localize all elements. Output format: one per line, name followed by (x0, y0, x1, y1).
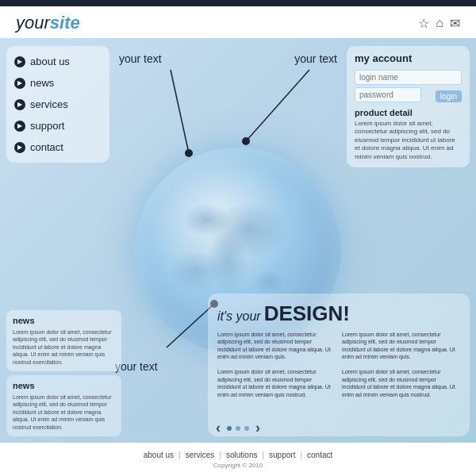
footer-link-services[interactable]: services (186, 451, 215, 459)
news1-text: Lorem ipsum dolor sit amet, consectetur … (13, 328, 115, 366)
sep-2: | (219, 451, 221, 459)
design-col-1: Lorem ipsum dolor sit amet, consectetur … (217, 331, 336, 398)
dot-1 (227, 426, 232, 431)
news2-label: news (13, 381, 115, 390)
arrow-icon-support: ▶ (14, 121, 25, 132)
footer-link-contact[interactable]: contact (307, 451, 332, 459)
svg-point-3 (242, 137, 250, 145)
arrow-icon-contact: ▶ (14, 142, 25, 153)
design-word: DESIGN! (264, 301, 350, 326)
top-bar (0, 0, 476, 6)
header: yoursite ☆ ⌂ ✉ (0, 6, 476, 38)
carousel-prev[interactable]: ‹ (216, 420, 221, 436)
main-area: ▶ about us ▶ news ▶ services ▶ support ▶… (0, 38, 476, 443)
login-name-input[interactable] (355, 70, 462, 85)
sidebar-item-news[interactable]: ▶ news (6, 72, 109, 94)
footer-link-about[interactable]: about us (144, 451, 174, 459)
sep-4: | (300, 451, 302, 459)
callout-bottom-left: your text (115, 360, 158, 373)
sidebar-item-contact[interactable]: ▶ contact (6, 136, 109, 158)
sep-1: | (178, 451, 181, 459)
product-detail-text: Lorem ipsum dolor sit amet, consectetur … (355, 120, 462, 161)
account-panel: my account login product detail Lorem ip… (347, 46, 470, 167)
logo: yoursite (16, 13, 80, 33)
sidebar-item-services[interactable]: ▶ services (6, 94, 109, 115)
arrow-icon-news: ▶ (14, 78, 25, 89)
mail-icon[interactable]: ✉ (450, 16, 460, 31)
home-icon[interactable]: ⌂ (436, 16, 443, 31)
carousel-nav: ‹ › (216, 420, 260, 436)
carousel-next[interactable]: › (255, 420, 260, 436)
star-icon[interactable]: ☆ (418, 16, 429, 31)
sidebar-label-services: services (30, 98, 68, 110)
callout-top-left: your text (119, 52, 162, 65)
sidebar-item-about[interactable]: ▶ about us (6, 51, 109, 72)
footer-links: about us | services | solutions | suppor… (144, 451, 333, 459)
footer-copyright: Copyright © 2010 (213, 462, 263, 469)
design-col2-p2: Lorem ipsum dolor sit amet, consectetur … (342, 368, 460, 398)
design-header: it's your DESIGN! (217, 301, 460, 326)
svg-line-0 (171, 70, 189, 153)
design-col1-p1: Lorem ipsum dolor sit amet, consectetur … (217, 331, 336, 361)
news-panel-2: news Lorem ipsum dolor sit amet, consect… (6, 375, 121, 436)
design-panel: it's your DESIGN! Lorem ipsum dolor sit … (208, 294, 470, 436)
footer: about us | services | solutions | suppor… (0, 443, 476, 476)
footer-link-support[interactable]: support (269, 451, 295, 459)
news-panel-1: news Lorem ipsum dolor sit amet, consect… (6, 310, 121, 371)
news2-text: Lorem ipsum dolor sit amet, consectetur … (13, 393, 115, 431)
dot-2 (236, 426, 240, 431)
arrow-icon-services: ▶ (14, 99, 25, 110)
its-your-text: it's your (217, 309, 261, 324)
logo-your: your (16, 13, 50, 33)
callout-top-right: your text (294, 52, 337, 65)
login-button[interactable]: login (436, 90, 462, 102)
sidebar-label-support: support (30, 120, 64, 132)
svg-line-2 (246, 70, 309, 141)
sidebar-label-news: news (30, 77, 54, 89)
footer-link-solutions[interactable]: solutions (226, 451, 257, 459)
design-col2-p1: Lorem ipsum dolor sit amet, consectetur … (342, 331, 460, 361)
dot-3 (244, 426, 249, 431)
login-row: login (355, 87, 462, 105)
sidebar-label-contact: contact (30, 141, 63, 153)
arrow-icon-about: ▶ (14, 56, 25, 67)
password-input[interactable] (355, 87, 421, 102)
svg-point-1 (185, 149, 193, 157)
sidebar-item-support[interactable]: ▶ support (6, 115, 109, 136)
carousel-dots (227, 426, 249, 431)
logo-site: site (50, 13, 80, 33)
product-detail-title: product detail (355, 108, 462, 117)
header-icons: ☆ ⌂ ✉ (418, 16, 460, 31)
sidebar: ▶ about us ▶ news ▶ services ▶ support ▶… (6, 46, 109, 163)
sidebar-label-about: about us (30, 56, 70, 67)
design-col1-p2: Lorem ipsum dolor sit amet, consectetur … (217, 368, 336, 398)
sep-3: | (262, 451, 264, 459)
design-body: Lorem ipsum dolor sit amet, consectetur … (217, 331, 460, 398)
design-col-2: Lorem ipsum dolor sit amet, consectetur … (342, 331, 460, 398)
news1-label: news (13, 316, 115, 325)
account-title: my account (355, 52, 462, 64)
